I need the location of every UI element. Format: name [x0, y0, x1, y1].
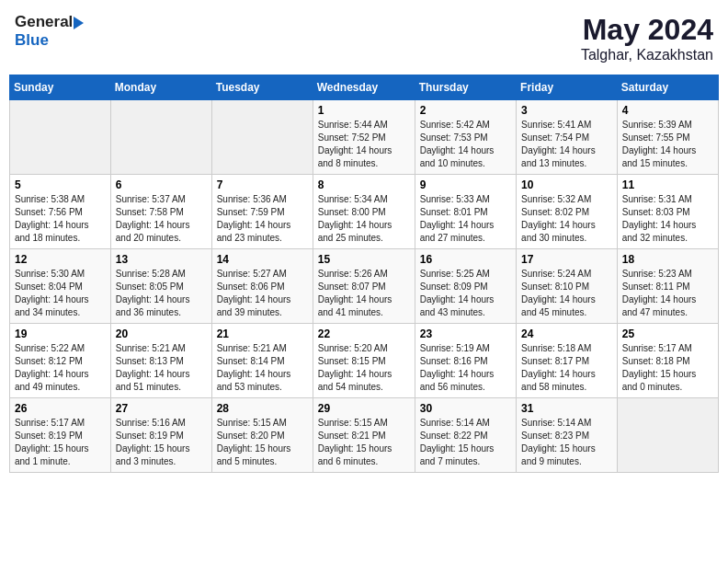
calendar-cell: 18Sunrise: 5:23 AMSunset: 8:11 PMDayligh… [617, 249, 718, 324]
day-number: 8 [318, 178, 410, 191]
calendar-cell: 22Sunrise: 5:20 AMSunset: 8:15 PMDayligh… [313, 324, 415, 398]
day-number: 2 [420, 104, 511, 117]
day-number: 29 [318, 402, 410, 415]
day-number: 26 [15, 402, 106, 415]
day-info: Sunrise: 5:15 AMSunset: 8:21 PMDaylight:… [318, 417, 410, 468]
day-info: Sunrise: 5:21 AMSunset: 8:13 PMDaylight:… [116, 342, 207, 394]
day-info: Sunrise: 5:19 AMSunset: 8:16 PMDaylight:… [420, 342, 511, 394]
calendar-cell: 30Sunrise: 5:14 AMSunset: 8:22 PMDayligh… [415, 398, 516, 473]
day-number: 25 [622, 327, 713, 340]
calendar-cell: 11Sunrise: 5:31 AMSunset: 8:03 PMDayligh… [617, 175, 718, 249]
day-info: Sunrise: 5:39 AMSunset: 7:55 PMDaylight:… [622, 119, 713, 170]
day-info: Sunrise: 5:37 AMSunset: 7:58 PMDaylight:… [116, 193, 207, 245]
calendar-cell: 17Sunrise: 5:24 AMSunset: 8:10 PMDayligh… [517, 249, 618, 324]
day-info: Sunrise: 5:24 AMSunset: 8:10 PMDaylight:… [521, 268, 612, 319]
day-info: Sunrise: 5:38 AMSunset: 7:56 PMDaylight:… [15, 193, 106, 245]
day-number: 9 [420, 178, 511, 191]
day-info: Sunrise: 5:33 AMSunset: 8:01 PMDaylight:… [420, 193, 511, 245]
day-info: Sunrise: 5:41 AMSunset: 7:54 PMDaylight:… [521, 119, 612, 170]
day-number: 15 [318, 253, 410, 266]
calendar-cell [211, 100, 313, 175]
calendar-cell: 27Sunrise: 5:16 AMSunset: 8:19 PMDayligh… [110, 398, 211, 473]
weekday-header: Wednesday [313, 75, 415, 100]
day-info: Sunrise: 5:22 AMSunset: 8:12 PMDaylight:… [15, 342, 106, 394]
page-header: General Blue May 2024 Talghar, Kazakhsta… [9, 9, 719, 67]
day-number: 1 [318, 104, 410, 117]
day-number: 18 [622, 253, 713, 266]
calendar-cell: 29Sunrise: 5:15 AMSunset: 8:21 PMDayligh… [313, 398, 415, 473]
location-title: Talghar, Kazakhstan [581, 47, 713, 63]
logo-blue: Blue [15, 31, 49, 49]
calendar-cell: 25Sunrise: 5:17 AMSunset: 8:18 PMDayligh… [617, 324, 718, 398]
day-number: 12 [15, 253, 106, 266]
day-info: Sunrise: 5:44 AMSunset: 7:52 PMDaylight:… [318, 119, 410, 170]
calendar-cell: 31Sunrise: 5:14 AMSunset: 8:23 PMDayligh… [517, 398, 618, 473]
calendar-cell: 2Sunrise: 5:42 AMSunset: 7:53 PMDaylight… [415, 100, 516, 175]
calendar-cell: 7Sunrise: 5:36 AMSunset: 7:59 PMDaylight… [211, 175, 313, 249]
day-info: Sunrise: 5:17 AMSunset: 8:18 PMDaylight:… [622, 342, 713, 394]
day-info: Sunrise: 5:31 AMSunset: 8:03 PMDaylight:… [622, 193, 713, 245]
calendar-cell [10, 100, 111, 175]
weekday-header: Friday [517, 75, 618, 100]
calendar-cell: 16Sunrise: 5:25 AMSunset: 8:09 PMDayligh… [415, 249, 516, 324]
day-info: Sunrise: 5:23 AMSunset: 8:11 PMDaylight:… [622, 268, 713, 319]
day-number: 27 [116, 402, 207, 415]
day-number: 21 [217, 327, 308, 340]
weekday-header: Sunday [10, 75, 111, 100]
day-info: Sunrise: 5:16 AMSunset: 8:19 PMDaylight:… [116, 417, 207, 468]
logo: General Blue [15, 13, 84, 50]
day-number: 7 [217, 178, 308, 191]
day-number: 30 [420, 402, 511, 415]
calendar-week-row: 5Sunrise: 5:38 AMSunset: 7:56 PMDaylight… [10, 175, 719, 249]
calendar-cell: 21Sunrise: 5:21 AMSunset: 8:14 PMDayligh… [211, 324, 313, 398]
day-info: Sunrise: 5:42 AMSunset: 7:53 PMDaylight:… [420, 119, 511, 170]
calendar-cell: 26Sunrise: 5:17 AMSunset: 8:19 PMDayligh… [10, 398, 111, 473]
calendar-cell: 28Sunrise: 5:15 AMSunset: 8:20 PMDayligh… [211, 398, 313, 473]
weekday-header: Saturday [617, 75, 718, 100]
day-number: 22 [318, 327, 410, 340]
day-info: Sunrise: 5:14 AMSunset: 8:23 PMDaylight:… [521, 417, 612, 468]
day-number: 24 [521, 327, 612, 340]
calendar-cell: 8Sunrise: 5:34 AMSunset: 8:00 PMDaylight… [313, 175, 415, 249]
month-year-title: May 2024 [581, 13, 713, 47]
day-number: 14 [217, 253, 308, 266]
day-info: Sunrise: 5:25 AMSunset: 8:09 PMDaylight:… [420, 268, 511, 319]
calendar-cell: 5Sunrise: 5:38 AMSunset: 7:56 PMDaylight… [10, 175, 111, 249]
calendar-cell: 14Sunrise: 5:27 AMSunset: 8:06 PMDayligh… [211, 249, 313, 324]
calendar-cell: 15Sunrise: 5:26 AMSunset: 8:07 PMDayligh… [313, 249, 415, 324]
calendar-cell: 20Sunrise: 5:21 AMSunset: 8:13 PMDayligh… [110, 324, 211, 398]
day-number: 11 [622, 178, 713, 191]
calendar-cell: 6Sunrise: 5:37 AMSunset: 7:58 PMDaylight… [110, 175, 211, 249]
day-info: Sunrise: 5:21 AMSunset: 8:14 PMDaylight:… [217, 342, 308, 394]
logo-general: General [15, 13, 73, 31]
day-number: 5 [15, 178, 106, 191]
day-info: Sunrise: 5:17 AMSunset: 8:19 PMDaylight:… [15, 417, 106, 468]
logo-arrow-icon [74, 17, 84, 29]
day-info: Sunrise: 5:34 AMSunset: 8:00 PMDaylight:… [318, 193, 410, 245]
day-info: Sunrise: 5:15 AMSunset: 8:20 PMDaylight:… [217, 417, 308, 468]
calendar-cell: 9Sunrise: 5:33 AMSunset: 8:01 PMDaylight… [415, 175, 516, 249]
calendar-cell: 10Sunrise: 5:32 AMSunset: 8:02 PMDayligh… [517, 175, 618, 249]
calendar-week-row: 19Sunrise: 5:22 AMSunset: 8:12 PMDayligh… [10, 324, 719, 398]
day-info: Sunrise: 5:36 AMSunset: 7:59 PMDaylight:… [217, 193, 308, 245]
day-number: 3 [521, 104, 612, 117]
day-number: 23 [420, 327, 511, 340]
calendar-table: SundayMondayTuesdayWednesdayThursdayFrid… [9, 75, 719, 473]
day-number: 20 [116, 327, 207, 340]
day-number: 17 [521, 253, 612, 266]
day-info: Sunrise: 5:14 AMSunset: 8:22 PMDaylight:… [420, 417, 511, 468]
calendar-week-row: 26Sunrise: 5:17 AMSunset: 8:19 PMDayligh… [10, 398, 719, 473]
calendar-cell: 19Sunrise: 5:22 AMSunset: 8:12 PMDayligh… [10, 324, 111, 398]
weekday-header: Monday [110, 75, 211, 100]
day-number: 19 [15, 327, 106, 340]
calendar-cell: 3Sunrise: 5:41 AMSunset: 7:54 PMDaylight… [517, 100, 618, 175]
calendar-cell: 12Sunrise: 5:30 AMSunset: 8:04 PMDayligh… [10, 249, 111, 324]
calendar-cell: 13Sunrise: 5:28 AMSunset: 8:05 PMDayligh… [110, 249, 211, 324]
day-info: Sunrise: 5:26 AMSunset: 8:07 PMDaylight:… [318, 268, 410, 319]
day-number: 4 [622, 104, 713, 117]
weekday-header: Thursday [415, 75, 516, 100]
calendar-cell: 1Sunrise: 5:44 AMSunset: 7:52 PMDaylight… [313, 100, 415, 175]
day-info: Sunrise: 5:30 AMSunset: 8:04 PMDaylight:… [15, 268, 106, 319]
day-info: Sunrise: 5:20 AMSunset: 8:15 PMDaylight:… [318, 342, 410, 394]
day-info: Sunrise: 5:28 AMSunset: 8:05 PMDaylight:… [116, 268, 207, 319]
